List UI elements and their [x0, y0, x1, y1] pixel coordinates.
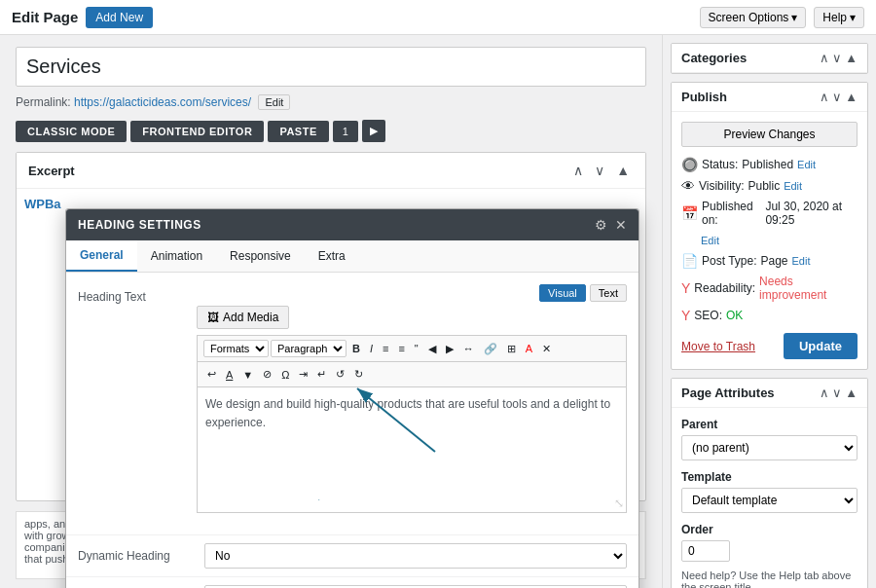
page-attributes-controls: ∧ ∨ ▲	[820, 386, 858, 400]
preview-changes-button[interactable]: Preview Changes	[681, 122, 858, 147]
tinymce-content[interactable]: We design and build high-quality product…	[197, 386, 627, 513]
bold-button[interactable]: B	[348, 341, 364, 356]
status-value: Published	[742, 158, 793, 171]
help-button[interactable]: Help ▾	[814, 7, 864, 28]
page-title-input[interactable]	[16, 47, 646, 87]
permalink-label: Permalink:	[16, 95, 71, 109]
add-media-button[interactable]: 🖼 Add Media	[197, 306, 289, 329]
tinymce-toolbar-2: ↩ A ▼ ⊘ Ω ⇥ ↵ ↺ ↻	[197, 361, 627, 386]
published-edit-link[interactable]: Edit	[701, 235, 719, 246]
tab-extra[interactable]: Extra	[305, 240, 359, 272]
permalink-edit-button[interactable]: Edit	[258, 94, 290, 110]
undo2-button[interactable]: ↺	[332, 366, 348, 383]
outdent-button[interactable]: ↵	[313, 366, 330, 383]
tab-responsive[interactable]: Responsive	[216, 240, 305, 272]
excerpt-collapse-up[interactable]: ∧	[569, 161, 587, 180]
page-attrs-up[interactable]: ∧	[820, 386, 829, 400]
top-bar-right: Screen Options ▾ Help ▾	[700, 7, 864, 28]
classic-mode-button[interactable]: CLASSIC MODE	[16, 121, 127, 142]
publish-up[interactable]: ∧	[820, 90, 829, 104]
modal-title: HEADING SETTINGS	[78, 218, 201, 232]
order-label: Order	[681, 523, 858, 536]
frontend-editor-button[interactable]: FRONTEND EDITOR	[130, 121, 264, 142]
page-attributes-title: Page Attributes	[681, 386, 775, 400]
dynamic-heading-select[interactable]: No	[204, 543, 627, 569]
permalink-url[interactable]: https://galacticideas.com/services/	[74, 95, 251, 109]
seo-row: Y SEO: OK	[681, 308, 858, 323]
color-button[interactable]: A	[522, 341, 536, 356]
post-type-row: 📄 Post Type: Page Edit	[681, 253, 858, 269]
publish-body: Preview Changes 🔘 Status: Published Edit…	[672, 112, 867, 369]
order-input[interactable]	[681, 540, 730, 562]
page-attrs-down[interactable]: ∨	[832, 386, 842, 400]
publish-panel: Publish ∧ ∨ ▲ Preview Changes 🔘 Status: …	[671, 82, 868, 370]
sidebar: Categories ∧ ∨ ▲ Publish ∧ ∨ ▲ Preview C…	[662, 35, 876, 588]
visibility-value: Public	[748, 179, 780, 193]
heading-text-row: Heading Text Visual Text 🖼	[78, 284, 627, 513]
categories-expand[interactable]: ▲	[845, 51, 858, 65]
special-char-button[interactable]: Ω	[277, 367, 293, 383]
visibility-edit-link[interactable]: Edit	[784, 180, 802, 192]
modal-body: Heading Text Visual Text 🖼	[66, 273, 639, 534]
readability-value: Needs improvement	[759, 275, 858, 302]
tab-animation[interactable]: Animation	[137, 240, 216, 272]
tab-general[interactable]: General	[66, 240, 137, 272]
ol-button[interactable]: ≡	[394, 341, 408, 356]
readability-row: Y Readability: Needs improvement	[681, 275, 858, 302]
template-select[interactable]: Default template	[681, 488, 858, 513]
visibility-row: 👁 Visibility: Public Edit	[681, 178, 858, 194]
redo-button[interactable]: ↻	[350, 366, 367, 383]
modal-close-button[interactable]: ✕	[615, 217, 627, 233]
text-button[interactable]: Text	[590, 284, 627, 302]
excerpt-controls: ∧ ∨ ▲	[569, 161, 634, 180]
screen-options-button[interactable]: Screen Options ▾	[700, 7, 807, 28]
italic-button[interactable]: I	[366, 341, 377, 356]
link-button[interactable]: 🔗	[480, 341, 501, 357]
status-row: 🔘 Status: Published Edit	[681, 157, 858, 172]
move-to-trash-link[interactable]: Move to Trash	[681, 340, 755, 353]
excerpt-collapse-down[interactable]: ∨	[591, 161, 608, 180]
visual-button[interactable]: Visual	[539, 284, 586, 302]
parent-select[interactable]: (no parent)	[681, 435, 858, 460]
clear-format-button[interactable]: ⊘	[259, 366, 275, 383]
paragraph-select[interactable]: Paragraph	[271, 340, 347, 357]
post-type-edit-link[interactable]: Edit	[792, 255, 811, 267]
categories-header: Categories ∧ ∨ ▲	[672, 44, 867, 73]
align-right-button[interactable]: ↔	[459, 341, 478, 356]
page-attributes-body: Parent (no parent) Template Default temp…	[672, 408, 867, 588]
update-button[interactable]: Update	[784, 333, 858, 359]
page-title: Edit Page	[12, 9, 78, 25]
align-left-button[interactable]: ◀	[424, 341, 440, 357]
categories-down[interactable]: ∨	[832, 51, 842, 65]
undo-button[interactable]: ↩	[203, 366, 220, 383]
paste-button[interactable]: PASTE	[268, 121, 328, 142]
categories-up[interactable]: ∧	[820, 51, 829, 65]
underline-button[interactable]: A	[222, 367, 237, 383]
navigate-arrow-button[interactable]: ▶	[362, 120, 385, 142]
ul-button[interactable]: ≡	[379, 341, 392, 356]
modal-gear-button[interactable]: ⚙	[595, 217, 607, 233]
post-type-icon: 📄	[681, 253, 698, 269]
template-label: Template	[681, 470, 858, 484]
resize-handle[interactable]: ⤡	[614, 496, 624, 510]
close-editor-button[interactable]: ✕	[538, 341, 555, 357]
publish-down[interactable]: ∨	[832, 90, 842, 104]
publish-expand[interactable]: ▲	[845, 90, 858, 104]
page-attrs-expand[interactable]: ▲	[845, 386, 858, 400]
dynamic-heading-value: No	[204, 543, 627, 569]
align-center-button[interactable]: ▶	[442, 341, 457, 357]
table-button[interactable]: ⊞	[503, 341, 520, 357]
excerpt-expand[interactable]: ▲	[612, 161, 634, 180]
indent-button[interactable]: ⇥	[295, 366, 311, 383]
formats-select[interactable]: Formats	[203, 340, 269, 357]
chevron-down-icon: ▾	[791, 11, 797, 24]
visual-text-toggle: Visual Text	[197, 284, 627, 302]
seo-icon: Y	[681, 308, 690, 323]
publish-title: Publish	[681, 90, 727, 104]
add-new-button[interactable]: Add New	[86, 7, 153, 28]
blockquote-button[interactable]: "	[411, 341, 422, 356]
modal-header-icons: ⚙ ✕	[595, 217, 627, 233]
page-num-button[interactable]: 1	[333, 121, 358, 142]
text-color-button[interactable]: ▼	[238, 367, 257, 383]
status-edit-link[interactable]: Edit	[797, 159, 816, 170]
